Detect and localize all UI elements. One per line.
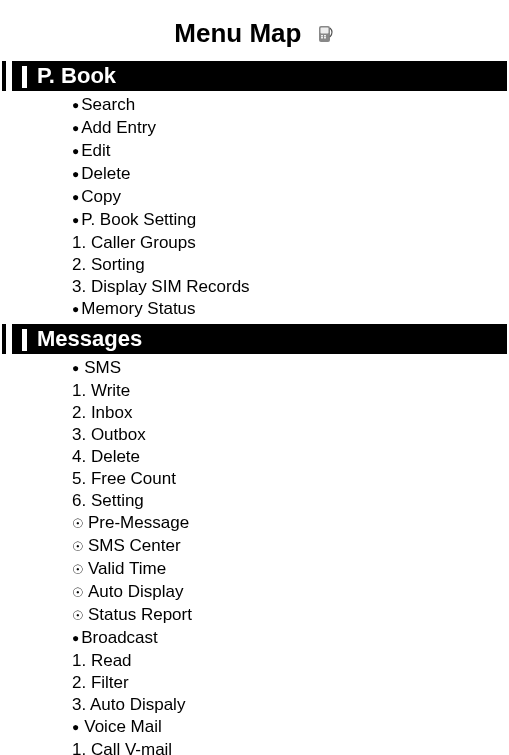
list-item-text: Valid Time xyxy=(88,559,166,578)
list-item: 1. Call V-mail xyxy=(72,739,509,755)
list-item: 4. Delete xyxy=(72,446,509,468)
list-item-text: Broadcast xyxy=(81,628,158,647)
page-title-text: Menu Map xyxy=(174,18,301,48)
list-item: Broadcast xyxy=(72,627,509,650)
list-item-text: 3. Auto Dispaly xyxy=(72,695,185,714)
list-item-text: 6. Setting xyxy=(72,491,144,510)
list-item: Status Report xyxy=(72,604,509,627)
list-item: 2. Sorting xyxy=(72,254,509,276)
list-item: Auto Display xyxy=(72,581,509,604)
section-header: P. Book xyxy=(2,61,507,91)
list-item: 2. Inbox xyxy=(72,402,509,424)
list-item-text: 1. Call V-mail xyxy=(72,740,172,755)
list-item-text: 3. Display SIM Records xyxy=(72,277,250,296)
list-item-text: 2. Sorting xyxy=(72,255,145,274)
list-item: Pre-Message xyxy=(72,512,509,535)
svg-rect-5 xyxy=(324,37,326,39)
list-item-text: Status Report xyxy=(88,605,192,624)
list-item-text: Pre-Message xyxy=(88,513,189,532)
section-header-text: Messages xyxy=(37,326,142,351)
svg-rect-4 xyxy=(321,37,323,39)
list-item-text: Edit xyxy=(81,141,110,160)
section-header-text: P. Book xyxy=(37,63,116,88)
list-item: 3. Display SIM Records xyxy=(72,276,509,298)
list-item: 3. Auto Dispaly xyxy=(72,694,509,716)
list-item-text: 2. Inbox xyxy=(72,403,133,422)
list-item-text: 3. Outbox xyxy=(72,425,146,444)
page-title: Menu Map xyxy=(0,18,509,49)
list-item-text: SMS xyxy=(84,358,121,377)
section-items: SearchAdd EntryEditDeleteCopyP. Book Set… xyxy=(0,94,509,321)
list-item: 6. Setting xyxy=(72,490,509,512)
menu-map-list: P. BookSearchAdd EntryEditDeleteCopyP. B… xyxy=(0,61,509,755)
list-item-text: P. Book Setting xyxy=(81,210,196,229)
list-item: 1. Write xyxy=(72,380,509,402)
svg-rect-2 xyxy=(321,35,323,37)
list-item: 2. Filter xyxy=(72,672,509,694)
list-item: Voice Mail xyxy=(72,716,509,739)
list-item: 3. Outbox xyxy=(72,424,509,446)
list-item-text: Memory Status xyxy=(81,299,195,318)
list-item: Search xyxy=(72,94,509,117)
list-item-text: 4. Delete xyxy=(72,447,140,466)
svg-rect-3 xyxy=(324,35,326,37)
list-item: P. Book Setting xyxy=(72,209,509,232)
list-item-text: 1. Caller Groups xyxy=(72,233,196,252)
list-item-text: 1. Write xyxy=(72,381,130,400)
section-items: SMS1. Write2. Inbox3. Outbox4. Delete5. … xyxy=(0,357,509,755)
section-header: Messages xyxy=(2,324,507,354)
list-item: Memory Status xyxy=(72,298,509,321)
list-item: 1. Read xyxy=(72,650,509,672)
list-item-text: Voice Mail xyxy=(84,717,161,736)
list-item-text: Search xyxy=(81,95,135,114)
list-item-text: Delete xyxy=(81,164,130,183)
list-item: Add Entry xyxy=(72,117,509,140)
list-item: 1. Caller Groups xyxy=(72,232,509,254)
list-item: Copy xyxy=(72,186,509,209)
phone-icon xyxy=(309,18,335,48)
list-item-text: 1. Read xyxy=(72,651,132,670)
list-item: SMS Center xyxy=(72,535,509,558)
list-item-text: Copy xyxy=(81,187,121,206)
list-item-text: Auto Display xyxy=(88,582,183,601)
list-item-text: SMS Center xyxy=(88,536,181,555)
list-item: 5. Free Count xyxy=(72,468,509,490)
section-bar-icon xyxy=(22,66,27,88)
list-item-text: 5. Free Count xyxy=(72,469,176,488)
list-item: Valid Time xyxy=(72,558,509,581)
list-item: SMS xyxy=(72,357,509,380)
list-item: Delete xyxy=(72,163,509,186)
svg-rect-1 xyxy=(320,28,328,34)
section-bar-icon xyxy=(22,329,27,351)
list-item: Edit xyxy=(72,140,509,163)
list-item-text: Add Entry xyxy=(81,118,156,137)
list-item-text: 2. Filter xyxy=(72,673,129,692)
